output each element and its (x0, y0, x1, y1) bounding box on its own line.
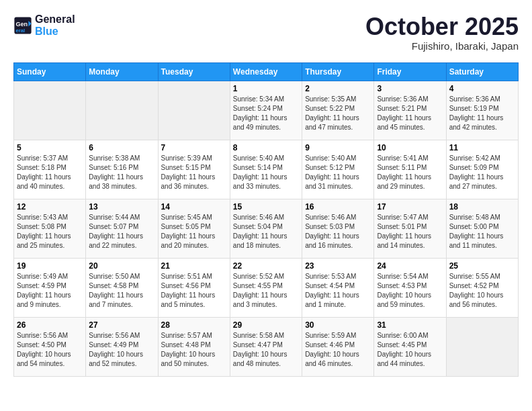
calendar-cell: 29Sunrise: 5:58 AM Sunset: 4:47 PM Dayli… (230, 317, 302, 376)
day-info: Sunrise: 6:00 AM Sunset: 4:45 PM Dayligh… (377, 331, 443, 369)
day-number: 23 (305, 261, 371, 271)
day-info: Sunrise: 5:36 AM Sunset: 5:19 PM Dayligh… (449, 95, 515, 132)
day-number: 5 (17, 143, 83, 152)
day-info: Sunrise: 5:41 AM Sunset: 5:11 PM Dayligh… (377, 154, 443, 191)
day-info: Sunrise: 5:38 AM Sunset: 5:16 PM Dayligh… (89, 154, 154, 191)
calendar-cell: 8Sunrise: 5:40 AM Sunset: 5:14 PM Daylig… (230, 140, 302, 199)
logo-icon: Gen eral (13, 16, 32, 35)
day-info: Sunrise: 5:51 AM Sunset: 4:56 PM Dayligh… (161, 272, 227, 310)
day-info: Sunrise: 5:54 AM Sunset: 4:53 PM Dayligh… (377, 272, 443, 310)
calendar-cell: 19Sunrise: 5:49 AM Sunset: 4:59 PM Dayli… (14, 258, 86, 317)
day-info: Sunrise: 5:58 AM Sunset: 4:47 PM Dayligh… (233, 331, 299, 369)
page-header: Gen eral General Blue October 2025 Fujis… (13, 13, 519, 52)
calendar-cell: 26Sunrise: 5:56 AM Sunset: 4:50 PM Dayli… (14, 317, 86, 376)
weekday-header-tuesday: Tuesday (158, 62, 230, 81)
day-number: 14 (161, 202, 227, 212)
calendar-cell: 12Sunrise: 5:43 AM Sunset: 5:08 PM Dayli… (14, 199, 86, 258)
day-info: Sunrise: 5:43 AM Sunset: 5:08 PM Dayligh… (17, 213, 83, 250)
day-info: Sunrise: 5:49 AM Sunset: 4:59 PM Dayligh… (17, 272, 83, 310)
logo-text-general: General (35, 13, 75, 26)
calendar-cell: 27Sunrise: 5:56 AM Sunset: 4:49 PM Dayli… (86, 317, 158, 376)
calendar-cell (14, 81, 86, 140)
day-info: Sunrise: 5:45 AM Sunset: 5:05 PM Dayligh… (161, 213, 227, 250)
weekday-header-sunday: Sunday (14, 62, 86, 81)
calendar-cell: 10Sunrise: 5:41 AM Sunset: 5:11 PM Dayli… (374, 140, 446, 199)
calendar-cell: 23Sunrise: 5:53 AM Sunset: 4:54 PM Dayli… (302, 258, 374, 317)
calendar-week-2: 5Sunrise: 5:37 AM Sunset: 5:18 PM Daylig… (14, 140, 519, 199)
month-title: October 2025 (365, 13, 519, 40)
day-number: 16 (305, 202, 371, 212)
day-info: Sunrise: 5:57 AM Sunset: 4:48 PM Dayligh… (161, 331, 227, 369)
day-info: Sunrise: 5:47 AM Sunset: 5:01 PM Dayligh… (377, 213, 443, 250)
day-info: Sunrise: 5:44 AM Sunset: 5:07 PM Dayligh… (89, 213, 154, 250)
day-number: 19 (17, 261, 83, 271)
weekday-header-row: SundayMondayTuesdayWednesdayThursdayFrid… (14, 62, 519, 81)
calendar-cell: 14Sunrise: 5:45 AM Sunset: 5:05 PM Dayli… (158, 199, 230, 258)
day-number: 22 (233, 261, 299, 271)
calendar-cell: 9Sunrise: 5:40 AM Sunset: 5:12 PM Daylig… (302, 140, 374, 199)
day-number: 12 (17, 202, 83, 212)
location-subtitle: Fujishiro, Ibaraki, Japan (365, 40, 519, 52)
calendar-week-1: 1Sunrise: 5:34 AM Sunset: 5:24 PM Daylig… (14, 81, 519, 140)
day-number: 29 (233, 320, 299, 330)
day-number: 21 (161, 261, 227, 271)
day-number: 2 (305, 84, 371, 93)
day-number: 27 (89, 320, 154, 330)
day-info: Sunrise: 5:40 AM Sunset: 5:12 PM Dayligh… (305, 154, 371, 191)
weekday-header-monday: Monday (86, 62, 158, 81)
day-info: Sunrise: 5:56 AM Sunset: 4:50 PM Dayligh… (17, 331, 83, 369)
calendar-cell: 31Sunrise: 6:00 AM Sunset: 4:45 PM Dayli… (374, 317, 446, 376)
title-block: October 2025 Fujishiro, Ibaraki, Japan (365, 13, 519, 52)
calendar-cell: 18Sunrise: 5:48 AM Sunset: 5:00 PM Dayli… (446, 199, 518, 258)
calendar-cell: 28Sunrise: 5:57 AM Sunset: 4:48 PM Dayli… (158, 317, 230, 376)
calendar-cell: 2Sunrise: 5:35 AM Sunset: 5:22 PM Daylig… (302, 81, 374, 140)
day-number: 8 (233, 143, 299, 152)
day-info: Sunrise: 5:56 AM Sunset: 4:49 PM Dayligh… (89, 331, 154, 369)
calendar-cell (446, 317, 518, 376)
day-number: 1 (233, 84, 299, 93)
svg-text:eral: eral (16, 27, 26, 33)
calendar-cell: 21Sunrise: 5:51 AM Sunset: 4:56 PM Dayli… (158, 258, 230, 317)
calendar-cell: 7Sunrise: 5:39 AM Sunset: 5:15 PM Daylig… (158, 140, 230, 199)
day-number: 26 (17, 320, 83, 330)
day-info: Sunrise: 5:59 AM Sunset: 4:46 PM Dayligh… (305, 331, 371, 369)
calendar-cell: 13Sunrise: 5:44 AM Sunset: 5:07 PM Dayli… (86, 199, 158, 258)
day-info: Sunrise: 5:50 AM Sunset: 4:58 PM Dayligh… (89, 272, 154, 310)
day-info: Sunrise: 5:36 AM Sunset: 5:21 PM Dayligh… (377, 95, 443, 132)
calendar-table: SundayMondayTuesdayWednesdayThursdayFrid… (13, 62, 519, 377)
day-number: 24 (377, 261, 443, 271)
svg-text:Gen: Gen (16, 21, 28, 28)
day-number: 13 (89, 202, 154, 212)
calendar-week-5: 26Sunrise: 5:56 AM Sunset: 4:50 PM Dayli… (14, 317, 519, 376)
day-info: Sunrise: 5:37 AM Sunset: 5:18 PM Dayligh… (17, 154, 83, 191)
day-info: Sunrise: 5:40 AM Sunset: 5:14 PM Dayligh… (233, 154, 299, 191)
weekday-header-friday: Friday (374, 62, 446, 81)
day-number: 6 (89, 143, 154, 152)
logo-text-blue: Blue (35, 26, 75, 38)
calendar-cell: 17Sunrise: 5:47 AM Sunset: 5:01 PM Dayli… (374, 199, 446, 258)
day-number: 18 (449, 202, 515, 212)
day-number: 4 (449, 84, 515, 93)
day-number: 28 (161, 320, 227, 330)
calendar-cell: 4Sunrise: 5:36 AM Sunset: 5:19 PM Daylig… (446, 81, 518, 140)
calendar-cell: 6Sunrise: 5:38 AM Sunset: 5:16 PM Daylig… (86, 140, 158, 199)
day-info: Sunrise: 5:46 AM Sunset: 5:03 PM Dayligh… (305, 213, 371, 250)
calendar-week-3: 12Sunrise: 5:43 AM Sunset: 5:08 PM Dayli… (14, 199, 519, 258)
calendar-cell (86, 81, 158, 140)
calendar-cell: 30Sunrise: 5:59 AM Sunset: 4:46 PM Dayli… (302, 317, 374, 376)
day-number: 17 (377, 202, 443, 212)
day-info: Sunrise: 5:53 AM Sunset: 4:54 PM Dayligh… (305, 272, 371, 310)
calendar-week-4: 19Sunrise: 5:49 AM Sunset: 4:59 PM Dayli… (14, 258, 519, 317)
calendar-cell: 5Sunrise: 5:37 AM Sunset: 5:18 PM Daylig… (14, 140, 86, 199)
day-number: 25 (449, 261, 515, 271)
day-number: 11 (449, 143, 515, 152)
calendar-cell: 3Sunrise: 5:36 AM Sunset: 5:21 PM Daylig… (374, 81, 446, 140)
calendar-cell: 25Sunrise: 5:55 AM Sunset: 4:52 PM Dayli… (446, 258, 518, 317)
logo: Gen eral General Blue (13, 13, 75, 37)
day-info: Sunrise: 5:52 AM Sunset: 4:55 PM Dayligh… (233, 272, 299, 310)
weekday-header-saturday: Saturday (446, 62, 518, 81)
weekday-header-wednesday: Wednesday (230, 62, 302, 81)
calendar-cell: 15Sunrise: 5:46 AM Sunset: 5:04 PM Dayli… (230, 199, 302, 258)
day-info: Sunrise: 5:55 AM Sunset: 4:52 PM Dayligh… (449, 272, 515, 310)
day-info: Sunrise: 5:39 AM Sunset: 5:15 PM Dayligh… (161, 154, 227, 191)
